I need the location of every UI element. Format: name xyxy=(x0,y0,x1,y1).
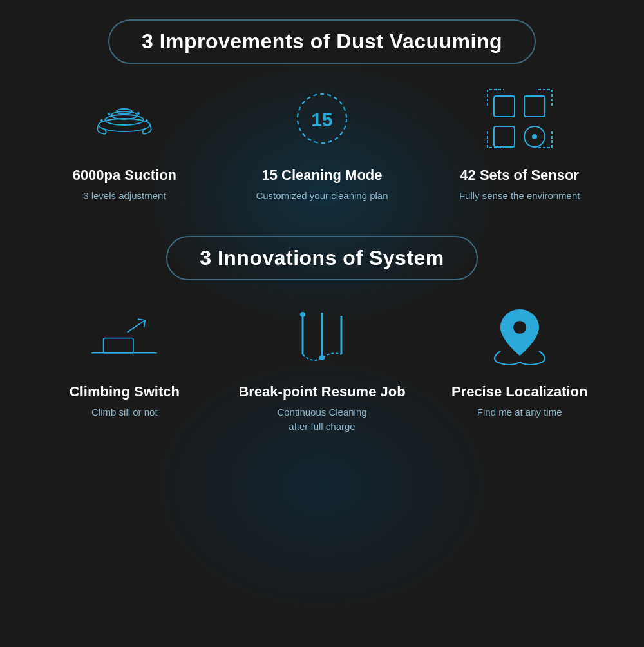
svg-point-4 xyxy=(100,119,103,122)
svg-text:15: 15 xyxy=(311,109,332,130)
page-wrapper: 3 Improvements of Dust Vacuuming xyxy=(0,0,644,647)
section1-badge-text: 3 Improvements of Dust Vacuuming xyxy=(142,30,502,53)
svg-point-20 xyxy=(513,321,526,334)
climbing-title: Climbing Switch xyxy=(70,383,180,400)
section2-feature-grid: Climbing Switch Climb sill or not xyxy=(26,300,618,434)
feature-sensor: 42 Sets of Sensor Fully sense the enviro… xyxy=(421,83,618,204)
svg-point-5 xyxy=(146,119,148,122)
suction-icon xyxy=(86,83,163,154)
feature-suction: 6000pa Suction 3 levels adjustment xyxy=(26,83,223,204)
svg-rect-12 xyxy=(494,126,515,147)
localization-icon xyxy=(481,300,558,371)
sensor-subtitle: Fully sense the environment xyxy=(459,189,580,204)
section2-badge-text: 3 Innovations of System xyxy=(200,246,444,269)
suction-title: 6000pa Suction xyxy=(73,167,176,184)
section1-feature-grid: 6000pa Suction 3 levels adjustment 15 15… xyxy=(26,83,618,204)
resume-title: Break-point Resume Job xyxy=(238,383,405,400)
feature-localization: Precise Localization Find me at any time xyxy=(421,300,618,420)
svg-rect-10 xyxy=(494,96,515,117)
svg-point-18 xyxy=(300,312,305,317)
resume-icon xyxy=(283,300,361,371)
feature-resume: Break-point Resume Job Continuous Cleani… xyxy=(223,300,421,434)
cleaning-mode-subtitle: Customized your cleaning plan xyxy=(256,189,388,204)
climbing-icon xyxy=(86,300,163,371)
localization-title: Precise Localization xyxy=(451,383,588,400)
svg-point-19 xyxy=(319,355,325,360)
svg-line-17 xyxy=(128,320,146,331)
feature-climbing: Climbing Switch Climb sill or not xyxy=(26,300,223,420)
climbing-subtitle: Climb sill or not xyxy=(91,405,158,420)
cleaning-mode-icon: 15 xyxy=(283,83,361,154)
svg-rect-16 xyxy=(104,338,133,352)
svg-point-6 xyxy=(108,113,110,115)
suction-subtitle: 3 levels adjustment xyxy=(83,189,166,204)
resume-subtitle: Continuous Cleaning after full charge xyxy=(277,405,366,434)
svg-rect-11 xyxy=(524,96,545,117)
section2-badge: 3 Innovations of System xyxy=(166,236,478,280)
sensor-icon xyxy=(481,83,558,154)
section1-badge: 3 Improvements of Dust Vacuuming xyxy=(108,19,536,64)
localization-subtitle: Find me at any time xyxy=(477,405,562,420)
cleaning-mode-title: 15 Cleaning Mode xyxy=(261,167,382,184)
sensor-title: 42 Sets of Sensor xyxy=(460,167,579,184)
svg-point-7 xyxy=(137,112,140,115)
svg-point-14 xyxy=(532,134,537,139)
feature-cleaning-mode: 15 15 Cleaning Mode Customized your clea… xyxy=(223,83,421,204)
